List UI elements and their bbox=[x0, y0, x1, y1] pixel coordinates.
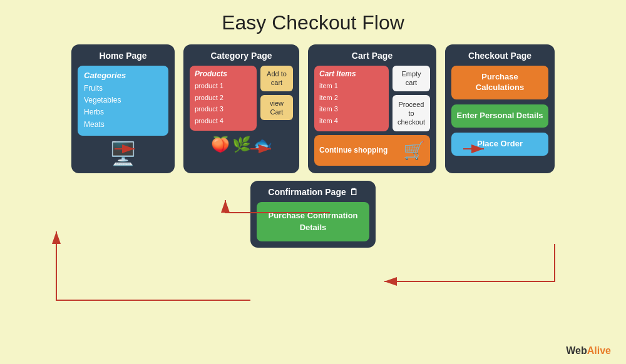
page-title: Easy Checkout Flow bbox=[0, 0, 626, 41]
flow-container: Home Page Categories Fruits Vegetables H… bbox=[0, 44, 626, 173]
cart-items-box: Cart Items item 1 item 2 item 3 item 4 bbox=[314, 66, 389, 131]
brand-web: Web bbox=[566, 345, 587, 356]
products-box: Products product 1 product 2 product 3 p… bbox=[190, 66, 257, 131]
cart-items-title: Cart Items bbox=[319, 69, 384, 78]
cart-page-title: Cart Page bbox=[314, 51, 430, 61]
brand-logo: WebAlive bbox=[566, 345, 611, 356]
confirmation-page-title: Confirmation Page 🗒 bbox=[257, 187, 369, 197]
list-item: product 2 bbox=[195, 92, 252, 104]
confirmation-page-card: Confirmation Page 🗒 Purchase Confirmatio… bbox=[250, 181, 376, 248]
list-item: Vegetables bbox=[84, 94, 162, 106]
categories-box: Categories Fruits Vegetables Herbs Meats bbox=[78, 66, 168, 136]
place-order-button[interactable]: Place Order bbox=[451, 133, 548, 156]
cart-items-list: item 1 item 2 item 3 item 4 bbox=[319, 80, 384, 127]
category-inner: Products product 1 product 2 product 3 p… bbox=[190, 66, 293, 131]
product-emojis: 🍑 🌿 🐟 bbox=[190, 136, 293, 153]
checkout-page-card: Checkout Page Purchase Calculations Ente… bbox=[445, 44, 555, 173]
categories-title: Categories bbox=[84, 71, 162, 80]
confirmation-icon: 🗒 bbox=[349, 187, 358, 197]
add-to-cart-button[interactable]: Add to cart bbox=[260, 66, 293, 91]
category-page-title: Category Page bbox=[190, 51, 293, 61]
fruit-icon: 🍑 bbox=[211, 136, 230, 153]
list-item: item 3 bbox=[319, 103, 384, 115]
list-item: item 4 bbox=[319, 115, 384, 127]
enter-personal-details-button[interactable]: Enter Personal Details bbox=[451, 104, 548, 128]
list-item: item 1 bbox=[319, 80, 384, 92]
monitor-icon: 🖥️ bbox=[78, 141, 168, 167]
brand-alive: Alive bbox=[587, 345, 611, 356]
list-item: product 1 bbox=[195, 80, 252, 92]
category-page-card: Category Page Products product 1 product… bbox=[183, 44, 299, 173]
cart-buttons: Empty cart Proceed to checkout bbox=[393, 66, 430, 131]
cart-inner: Cart Items item 1 item 2 item 3 item 4 E… bbox=[314, 66, 430, 131]
herb-icon: 🌿 bbox=[232, 136, 251, 153]
checkout-page-title: Checkout Page bbox=[451, 51, 548, 61]
view-cart-button[interactable]: view Cart bbox=[260, 95, 293, 121]
fish-icon: 🐟 bbox=[254, 136, 272, 153]
proceed-to-checkout-button[interactable]: Proceed to checkout bbox=[393, 95, 430, 132]
bottom-section: Confirmation Page 🗒 Purchase Confirmatio… bbox=[0, 181, 626, 248]
products-list: product 1 product 2 product 3 product 4 bbox=[195, 80, 252, 127]
categories-list: Fruits Vegetables Herbs Meats bbox=[84, 83, 162, 131]
list-item: Meats bbox=[84, 119, 162, 131]
products-title: Products bbox=[195, 69, 252, 78]
empty-cart-button[interactable]: Empty cart bbox=[393, 66, 430, 91]
list-item: Herbs bbox=[84, 106, 162, 118]
list-item: Fruits bbox=[84, 83, 162, 94]
cart-page-card: Cart Page Cart Items item 1 item 2 item … bbox=[308, 44, 436, 173]
continue-shopping-text: Continue shopping bbox=[319, 146, 387, 156]
confirmation-title-text: Confirmation Page bbox=[268, 187, 346, 197]
confirmation-details-box: Purchase Confirmation Details bbox=[257, 202, 369, 241]
home-page-title: Home Page bbox=[78, 51, 168, 61]
list-item: product 4 bbox=[195, 115, 252, 127]
list-item: item 2 bbox=[319, 92, 384, 104]
category-buttons: Add to cart view Cart bbox=[260, 66, 293, 131]
list-item: product 3 bbox=[195, 103, 252, 115]
cart-icon: 🛒 bbox=[403, 140, 425, 161]
continue-shopping-box[interactable]: Continue shopping 🛒 bbox=[314, 135, 430, 166]
purchase-calculations-button[interactable]: Purchase Calculations bbox=[451, 66, 548, 99]
home-page-card: Home Page Categories Fruits Vegetables H… bbox=[71, 44, 175, 173]
